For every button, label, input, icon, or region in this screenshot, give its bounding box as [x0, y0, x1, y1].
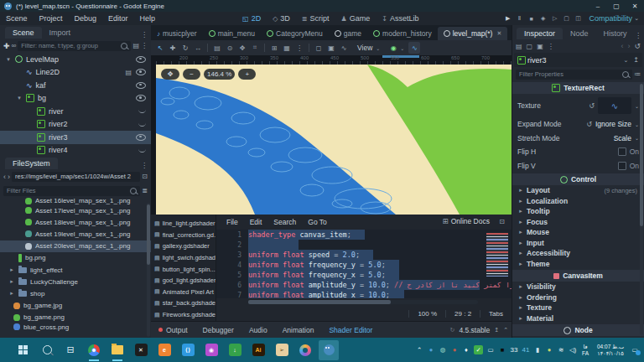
dropdown-caret-icon[interactable]: ⌄ — [635, 135, 639, 141]
start-button[interactable] — [13, 340, 34, 360]
tab-inspector[interactable]: Inspector — [517, 28, 563, 39]
dropdown-caret-icon[interactable]: ⌄ — [635, 122, 639, 127]
view-menu[interactable]: View — [357, 44, 372, 52]
load-resource-icon[interactable]: ▢ — [527, 43, 533, 50]
bottom-tab-shader-editor[interactable]: Shader Editor — [321, 326, 380, 334]
scene-node-river3[interactable]: river3 — [0, 131, 151, 144]
workspace-assetlib[interactable]: ↧AssetLib — [376, 14, 424, 23]
history-forward-icon[interactable]: › — [627, 42, 630, 50]
property-filter-input[interactable]: Filter Properties — [516, 70, 632, 80]
play-custom-scene-button[interactable]: ▢ — [561, 13, 573, 23]
notification-center-icon[interactable]: ▭ — [631, 345, 639, 355]
skeleton-icon[interactable]: ∿ — [408, 42, 420, 54]
shader-menu-edit[interactable]: Edit — [245, 218, 267, 226]
chrome-icon[interactable] — [84, 340, 104, 360]
add-node-button[interactable]: ✚ — [3, 42, 10, 50]
scene-node-river[interactable]: river — [0, 105, 151, 118]
messenger-icon[interactable]: ➢ — [272, 340, 292, 360]
property-group-theme[interactable]: ▸Theme — [512, 259, 644, 270]
workspace-3d[interactable]: ◇3D — [267, 14, 296, 23]
visibility-off-icon[interactable] — [138, 109, 146, 113]
volume-icon[interactable]: ◁) — [569, 345, 577, 355]
property-group-localization[interactable]: ▸Localization — [512, 196, 644, 207]
scene-node-river2[interactable]: river2 — [0, 118, 151, 132]
search-button[interactable] — [37, 340, 57, 360]
checkbox[interactable] — [618, 162, 626, 170]
pan-tool[interactable]: ✥ — [236, 42, 248, 54]
shader-file-god-light-gdshader[interactable]: ▤god_light.gdshader — [151, 275, 216, 287]
resource-options-icon[interactable]: ⋮ — [548, 43, 554, 50]
pause-button[interactable]: Ⅱ — [514, 13, 526, 23]
bottom-tab-output[interactable]: Output — [151, 326, 195, 334]
sort-files-icon[interactable]: ≣ — [142, 187, 148, 194]
indent-type-label[interactable]: Tabs — [480, 310, 512, 318]
revert-icon[interactable]: ↺ — [589, 102, 595, 110]
maximize-button[interactable]: ▢ — [607, 0, 626, 12]
property-group-layout[interactable]: ▸Layout(9 changes) — [512, 185, 644, 196]
property-group-tooltip[interactable]: ▸Tooltip — [512, 206, 644, 217]
file-asset-20level-map-sec-1-png[interactable]: Asset 20level_map_sec_1_.png — [0, 240, 151, 252]
visibility-off-icon[interactable] — [138, 122, 146, 127]
play-scene-button[interactable]: ▷ — [549, 13, 561, 23]
save-resource-icon[interactable]: ▣ — [537, 43, 543, 50]
property-group-accessibility[interactable]: ▸Accessibility — [512, 248, 644, 259]
file-folder-shop[interactable]: ▸shop — [0, 287, 151, 299]
tray-app-red-icon[interactable]: ● — [450, 345, 459, 355]
property-row-flip-v[interactable]: Flip VOn — [512, 159, 644, 173]
path-bar[interactable]: res://imgs/level_map/sec1/1024w/Asset 2 — [12, 172, 140, 182]
tree-caret-icon[interactable]: ▸ — [8, 266, 15, 273]
visibility-on-icon[interactable] — [136, 69, 146, 75]
focus-path-icon[interactable]: ⊡ — [142, 173, 148, 180]
media-app-icon[interactable]: ◉ — [201, 340, 221, 360]
bottom-tab-animation[interactable]: Animation — [275, 326, 322, 334]
version-label[interactable]: 4.5.stable — [459, 326, 490, 334]
shader-file-button-light-spin-[interactable]: ▤button_light_spin.... — [151, 263, 216, 275]
lock-icon[interactable]: ◻ — [313, 42, 325, 54]
renderer-select[interactable]: Compatibility — [589, 14, 633, 23]
black-window-icon[interactable]: ■ — [498, 345, 506, 355]
scene-node-bg[interactable]: ▾bg — [0, 92, 151, 106]
select-tool[interactable]: ↖ — [154, 42, 166, 54]
network-icon[interactable]: ≋ — [557, 345, 565, 355]
property-group-ordering[interactable]: ▸Ordering — [512, 292, 644, 303]
clock[interactable]: 04:07 ب.ظ۱۴۰۴/۱۰/۱۵ — [597, 344, 624, 357]
grid-snap-icon[interactable]: ▦ — [281, 42, 293, 54]
workspace-script[interactable]: ≣Script — [296, 14, 335, 23]
pivot-icon[interactable]: ⊙ — [224, 42, 236, 54]
file-bg-game-png[interactable]: bg_game.png — [0, 312, 151, 323]
menu-editor[interactable]: Editor — [102, 14, 134, 23]
property-row-texture[interactable]: Texture↺∿⌄ — [512, 94, 644, 117]
move-tool[interactable]: ✚ — [167, 42, 179, 54]
shader-file-final-correction-gd-[interactable]: ▤final_correction.gd... — [151, 230, 216, 241]
color-wheel-app-icon[interactable] — [295, 340, 315, 360]
microphone-icon[interactable]: ♦ — [462, 345, 470, 355]
visibility-on-icon[interactable] — [136, 95, 146, 101]
property-group-visibility[interactable]: ▸Visibility — [512, 282, 644, 292]
scene-filter-input[interactable]: Filter: name, t:type, g:group — [18, 41, 131, 51]
float-panel-icon[interactable]: ⊡ — [499, 218, 505, 225]
temperature-widget-1[interactable]: 33 — [510, 345, 518, 355]
smart-snap-icon[interactable]: ⊞ — [268, 42, 280, 54]
reload-resource-icon[interactable]: ↺ — [634, 42, 641, 50]
file-explorer-icon[interactable] — [107, 340, 127, 360]
shader-file-star-back-gdshader[interactable]: ▤star_back.gdshader — [151, 297, 216, 309]
instance-scene-button[interactable]: ∞ — [12, 42, 17, 49]
tray-expand-icon[interactable]: ⌃ — [415, 345, 423, 355]
zoom-out-button[interactable]: − — [183, 69, 200, 80]
dropdown-caret-icon[interactable]: ⌄ — [635, 103, 639, 109]
close-tab-icon[interactable]: ✕ — [496, 30, 501, 37]
texture-preview[interactable]: ∿ — [598, 97, 631, 114]
visibility-on-icon[interactable] — [136, 134, 146, 141]
tree-caret-icon[interactable]: ▾ — [5, 56, 12, 63]
pin-icon[interactable]: ↥ — [633, 56, 639, 64]
rotate-tool[interactable]: ↻ — [179, 42, 191, 54]
minimize-button[interactable]: – — [589, 0, 607, 12]
movie-mode-button[interactable]: ◫ — [573, 13, 584, 23]
file-blue-cross-png[interactable]: blue_cross.png — [0, 323, 151, 331]
camera-override-caret-icon[interactable]: ⌄ — [400, 45, 404, 51]
tray-app-blue-icon[interactable]: ● — [427, 345, 435, 355]
language-indicator[interactable]: فاFA — [582, 344, 589, 357]
script-icon[interactable]: ▤ — [125, 69, 132, 76]
scene-tree-menu-icon[interactable]: ⋮ — [141, 42, 148, 49]
section-header-node[interactable]: Node — [512, 324, 644, 336]
